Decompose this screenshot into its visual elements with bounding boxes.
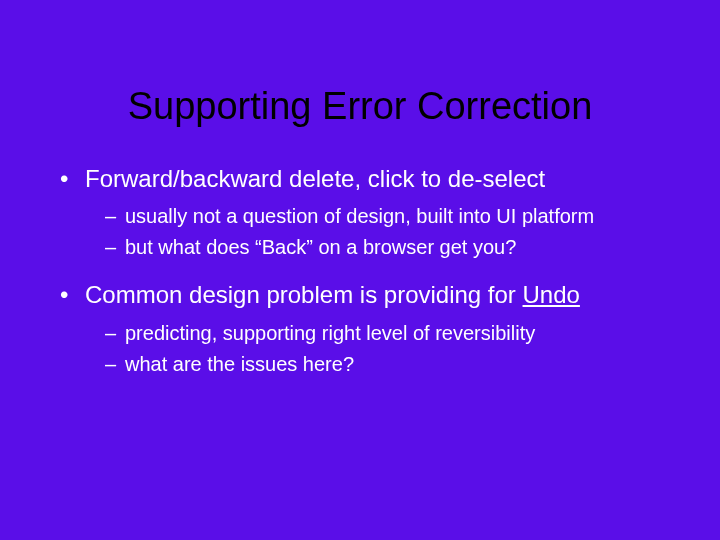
sub-bullet-item: what are the issues here? [50, 351, 670, 378]
bullet-text-prefix: Common design problem is providing for [85, 281, 523, 308]
sub-bullet-group: predicting, supporting right level of re… [50, 320, 670, 378]
sub-bullet-item: predicting, supporting right level of re… [50, 320, 670, 347]
slide-content: Forward/backward delete, click to de-sel… [50, 163, 670, 378]
slide-title: Supporting Error Correction [50, 85, 670, 128]
bullet-text-underlined: Undo [523, 281, 580, 308]
sub-bullet-item: but what does “Back” on a browser get yo… [50, 234, 670, 261]
bullet-item: Forward/backward delete, click to de-sel… [50, 163, 670, 195]
sub-bullet-group: usually not a question of design, built … [50, 203, 670, 261]
sub-bullet-item: usually not a question of design, built … [50, 203, 670, 230]
slide: Supporting Error Correction Forward/back… [0, 0, 720, 540]
bullet-item: Common design problem is providing for U… [50, 279, 670, 311]
